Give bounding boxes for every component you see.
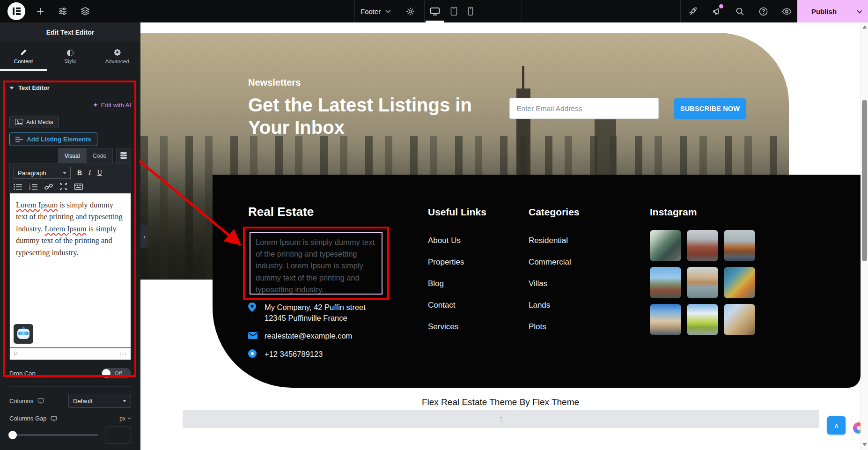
gap-unit-select[interactable]: px (119, 415, 131, 422)
responsive-switcher (430, 0, 473, 22)
fullscreen-icon[interactable] (60, 183, 67, 190)
scrollbar-up-arrow[interactable] (862, 25, 867, 29)
email-input[interactable] (509, 98, 659, 119)
instagram-photo[interactable] (724, 230, 755, 261)
numbered-list-icon[interactable]: 123 (29, 184, 37, 190)
footer-link[interactable]: Residential (529, 236, 580, 246)
device-tablet-icon[interactable] (450, 0, 457, 22)
footer-link[interactable]: Lands (529, 301, 580, 311)
instagram-photo[interactable] (650, 230, 681, 261)
instagram-photo[interactable] (650, 304, 681, 335)
code-tab[interactable]: Code (86, 148, 113, 163)
panel-divider (9, 386, 131, 387)
notification-dot (719, 4, 723, 8)
browser-extension-icon[interactable] (853, 422, 861, 434)
responsive-desktop-icon[interactable] (51, 416, 57, 421)
footer-about-text-widget[interactable]: Lorem Ipsum is simply dummy text of the … (250, 232, 383, 295)
text-editor-content-area[interactable]: Lorem Ipsum is simply dummy text of the … (9, 193, 131, 348)
subscribe-button[interactable]: SUBSCRIBE NOW (674, 98, 746, 119)
whats-new-megaphone-icon[interactable] (708, 3, 725, 20)
tab-content[interactable]: Content (0, 42, 47, 71)
add-media-button[interactable]: Add Media (9, 116, 59, 128)
contact-email: realestate@example.com (265, 331, 352, 342)
gap-number-input[interactable] (105, 427, 131, 443)
footer-link[interactable]: Properties (428, 258, 486, 268)
edit-with-ai-button[interactable]: ✦ Edit with AI (9, 101, 131, 109)
panel-collapse-handle[interactable]: ‹ (140, 225, 148, 248)
tab-label: Style (64, 58, 76, 64)
contact-email-row[interactable]: realestate@example.com (248, 331, 393, 342)
scroll-to-top-bar[interactable]: ↑ (183, 410, 819, 428)
visual-tab[interactable]: Visual (58, 148, 86, 163)
misspelled-word: Lorem Ipsum (16, 200, 58, 209)
add-media-label: Add Media (26, 119, 53, 125)
footer-link[interactable]: Contact (428, 301, 486, 311)
publish-button[interactable]: Publish (797, 0, 851, 22)
italic-button[interactable]: I (88, 169, 91, 177)
bold-button[interactable]: B (77, 169, 82, 177)
ai-robot-avatar[interactable] (14, 324, 33, 344)
instagram-photo[interactable] (724, 304, 755, 335)
instagram-photo[interactable] (724, 267, 755, 298)
editor-toolbar: Paragraph B I U 123 (9, 163, 131, 193)
contact-phone-row[interactable]: +12 3456789123 (248, 349, 393, 361)
add-element-icon[interactable] (32, 3, 49, 20)
footer-link[interactable]: Villas (529, 279, 580, 289)
device-desktop-icon[interactable] (430, 0, 440, 22)
help-icon[interactable] (755, 3, 772, 20)
instagram-photo[interactable] (650, 267, 681, 298)
media-image-icon (15, 119, 22, 125)
instagram-photo[interactable] (687, 304, 718, 335)
footer-link[interactable]: Blog (428, 279, 486, 289)
slider-knob[interactable] (8, 431, 17, 439)
gap-slider[interactable] (9, 434, 98, 436)
keyboard-icon[interactable] (74, 184, 83, 190)
elementor-logo[interactable] (7, 2, 25, 20)
device-mobile-icon[interactable] (468, 0, 473, 22)
instagram-photo[interactable] (687, 230, 718, 261)
topbar-divider (354, 0, 355, 22)
footer-brand-heading: Real Estate (248, 205, 314, 219)
resize-grip[interactable] (120, 353, 126, 355)
footer-link[interactable]: Commercial (529, 258, 580, 268)
useful-links-title: Useful Links (428, 207, 486, 218)
columns-select[interactable]: Default (68, 394, 131, 408)
instagram-title: Instagram (650, 207, 697, 218)
scrollbar-down-arrow[interactable] (862, 443, 867, 446)
finder-search-icon[interactable] (731, 3, 748, 20)
categories-column: Categories Residential Commercial Villas… (529, 207, 580, 344)
site-settings-icon[interactable] (54, 3, 71, 20)
element-path-indicator[interactable]: P (14, 351, 18, 357)
tab-style[interactable]: Style (47, 42, 94, 71)
bullet-list-icon[interactable] (14, 184, 22, 190)
document-settings-gear-icon[interactable] (402, 3, 419, 20)
dynamic-tags-database-icon[interactable] (116, 148, 131, 163)
document-switcher[interactable]: Footer (360, 0, 391, 22)
panel-tabs: Content Style Advanced (0, 42, 140, 71)
panel-content: Text Editor ✦ Edit with AI Add Media Add… (0, 84, 140, 443)
elementor-logo-icon (13, 7, 21, 15)
chevron-down-icon (857, 10, 862, 14)
ai-sparkle-icon: ✦ (93, 101, 98, 109)
footer-link[interactable]: Services (428, 322, 486, 332)
drop-cap-toggle[interactable]: Off (101, 368, 131, 378)
text-editor-section-header[interactable]: Text Editor (9, 84, 131, 91)
back-to-top-button[interactable]: ∧ (827, 416, 846, 435)
instagram-photo[interactable] (687, 267, 718, 298)
footer-contact-list: My Company, 42 Puffin street 12345 Puffi… (248, 302, 393, 361)
underline-button[interactable]: U (97, 169, 102, 177)
footer-link[interactable]: Plots (529, 322, 580, 332)
responsive-desktop-icon[interactable] (37, 398, 44, 404)
paragraph-format-select[interactable]: Paragraph (14, 167, 71, 179)
footer-link[interactable]: About Us (428, 236, 486, 246)
contact-address-row[interactable]: My Company, 42 Puffin street 12345 Puffi… (248, 302, 393, 324)
scrollbar-thumb[interactable] (862, 100, 867, 261)
link-icon[interactable] (44, 184, 53, 190)
tab-advanced[interactable]: Advanced (94, 42, 140, 71)
publish-options-chevron[interactable] (851, 0, 868, 22)
preview-eye-icon[interactable] (778, 3, 795, 20)
checklist-rocket-icon[interactable] (684, 3, 701, 20)
structure-navigator-icon[interactable] (77, 3, 94, 20)
page-scrollbar[interactable] (861, 22, 868, 450)
add-listing-elements-button[interactable]: Add Listing Elements (9, 133, 97, 146)
